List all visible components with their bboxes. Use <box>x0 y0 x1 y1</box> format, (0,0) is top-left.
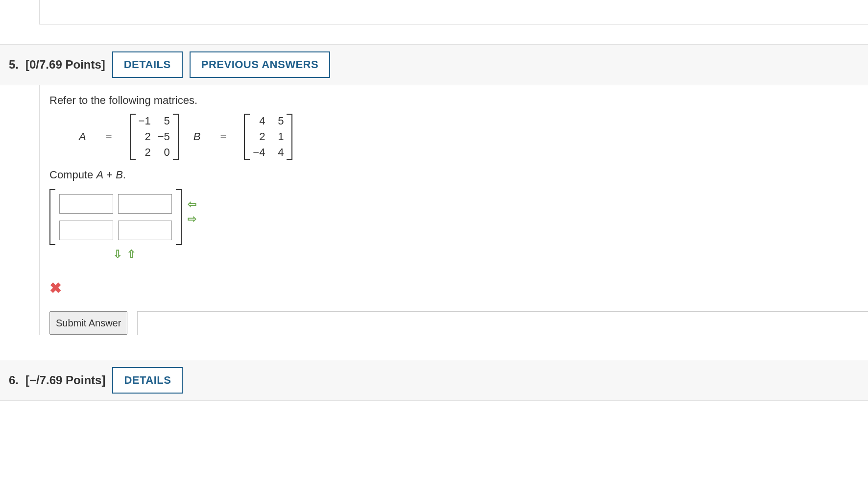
matrix-b: 4 5 2 1 −4 4 <box>244 114 292 160</box>
equals-sign: = <box>217 130 229 143</box>
question-prompt: Refer to the following matrices. <box>49 94 868 107</box>
answer-cell-0-1[interactable] <box>118 194 172 214</box>
add-column-icon[interactable]: ⇨ <box>188 214 196 224</box>
matrix-b-cell: 5 <box>272 115 284 127</box>
question-5-header: 5. [0/7.69 Points] DETAILS PREVIOUS ANSW… <box>0 44 868 85</box>
matrix-a-cell: 0 <box>158 146 170 159</box>
column-resize-controls: ⇦ ⇨ <box>188 199 196 224</box>
remove-column-icon[interactable]: ⇦ <box>188 199 196 210</box>
matrices-definition: A = −1 5 2 −5 2 0 B = 4 5 2 1 −4 4 <box>79 114 868 160</box>
submit-row: Submit Answer <box>49 311 868 335</box>
previous-answers-button[interactable]: PREVIOUS ANSWERS <box>190 51 330 78</box>
matrix-b-label: B <box>193 130 203 143</box>
details-button[interactable]: DETAILS <box>112 51 183 78</box>
answer-matrix <box>49 189 182 245</box>
question-number: 5. <box>9 58 19 72</box>
panel-edge <box>137 311 868 335</box>
submit-answer-button[interactable]: Submit Answer <box>49 311 127 335</box>
matrix-a-cell: 5 <box>158 115 170 127</box>
matrix-a-cell: −5 <box>158 130 170 143</box>
incorrect-icon: ✖ <box>49 279 868 297</box>
answer-cell-1-0[interactable] <box>59 221 113 240</box>
equals-sign: = <box>103 130 115 143</box>
compute-instruction: Compute A + B. <box>49 169 868 181</box>
question-points: [−/7.69 Points] <box>25 373 105 387</box>
question-points: [0/7.69 Points] <box>25 58 105 72</box>
matrix-b-cell: −4 <box>253 146 265 159</box>
answer-cell-0-0[interactable] <box>59 194 113 214</box>
answer-cell-1-1[interactable] <box>118 221 172 240</box>
row-resize-controls: ⇩ ⇧ <box>113 249 868 260</box>
matrix-a-cell: 2 <box>139 146 151 159</box>
matrix-a-cell: 2 <box>139 130 151 143</box>
remove-row-icon[interactable]: ⇧ <box>127 249 136 260</box>
matrix-a-label: A <box>79 130 88 143</box>
matrix-b-cell: 4 <box>253 115 265 127</box>
matrix-b-cell: 1 <box>272 130 284 143</box>
matrix-b-cell: 4 <box>272 146 284 159</box>
prev-question-panel-edge <box>39 0 868 25</box>
question-number: 6. <box>9 373 19 387</box>
question-5-body: Refer to the following matrices. A = −1 … <box>39 85 868 335</box>
details-button[interactable]: DETAILS <box>112 367 183 394</box>
matrix-a-cell: −1 <box>139 115 151 127</box>
answer-matrix-area: ⇦ ⇨ <box>49 189 868 245</box>
add-row-icon[interactable]: ⇩ <box>113 249 122 260</box>
matrix-b-cell: 2 <box>253 130 265 143</box>
matrix-a: −1 5 2 −5 2 0 <box>130 114 179 160</box>
question-6-header: 6. [−/7.69 Points] DETAILS <box>0 360 868 401</box>
